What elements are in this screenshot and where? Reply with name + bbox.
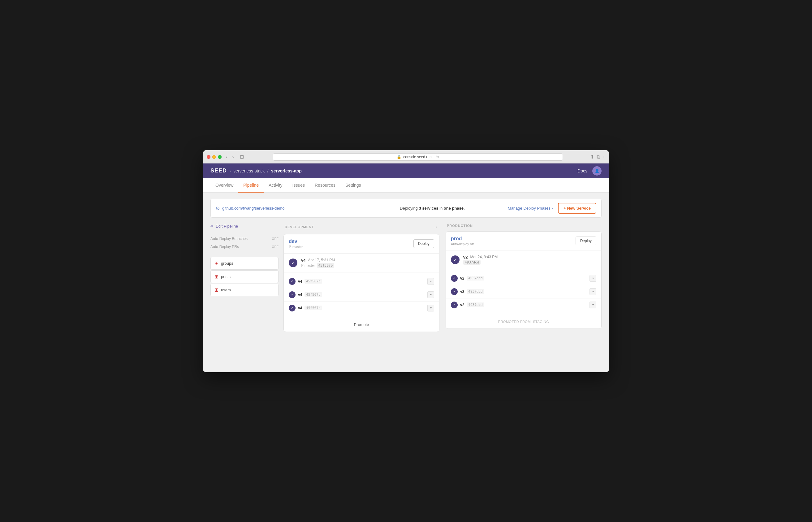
promote-button[interactable]: Promote bbox=[354, 322, 369, 327]
service-item-groups[interactable]: ⊞ groups bbox=[210, 257, 278, 270]
dev-service-row-left-1: ✓ v4 45f507b bbox=[289, 278, 322, 285]
sidebar-settings: Auto-Deploy Branches OFF Auto-Deploy PRs… bbox=[210, 235, 278, 251]
prod-svc-version-3: v2 bbox=[460, 303, 464, 307]
more-button[interactable]: + bbox=[603, 154, 605, 160]
close-button[interactable] bbox=[207, 155, 210, 159]
deploy-bold2: one phase. bbox=[444, 206, 465, 210]
new-service-button[interactable]: + New Service bbox=[558, 203, 596, 214]
prod-deploy-button[interactable]: Deploy bbox=[576, 237, 596, 245]
tab-issues[interactable]: Issues bbox=[288, 178, 310, 193]
dev-svc-version-1: v4 bbox=[298, 279, 302, 284]
sidebar-toggle-button[interactable]: ⊡ bbox=[238, 153, 246, 160]
tab-settings[interactable]: Settings bbox=[340, 178, 366, 193]
service-icon-posts: ⊞ bbox=[214, 274, 218, 280]
tab-activity[interactable]: Activity bbox=[264, 178, 287, 193]
chevron-right-icon: › bbox=[552, 206, 553, 210]
prod-check-sm-2: ✓ bbox=[451, 288, 458, 295]
service-icon-users: ⊞ bbox=[214, 287, 218, 293]
dev-chevron-3[interactable]: ▾ bbox=[428, 305, 434, 312]
logo[interactable]: SEED bbox=[210, 167, 227, 174]
prod-version-row: v2 Mar 24, 9:43 PM bbox=[463, 255, 498, 259]
service-name-groups: groups bbox=[221, 261, 233, 266]
service-item-users[interactable]: ⊞ users bbox=[210, 284, 278, 296]
prod-service-row-left-3: ✓ v2 4937dcd bbox=[451, 302, 484, 308]
back-button[interactable]: ‹ bbox=[224, 154, 229, 160]
breadcrumb-app[interactable]: serverless-app bbox=[271, 168, 302, 174]
dev-version: v4 bbox=[301, 258, 306, 263]
prod-stage-card: prod Auto-deploy off Deploy ✓ bbox=[445, 231, 602, 329]
prod-stage-name[interactable]: prod bbox=[451, 236, 474, 241]
repo-link[interactable]: github.com/fwang/serverless-demo bbox=[222, 206, 285, 210]
pipeline-layout: ✏ Edit Pipeline Auto-Deploy Branches OFF… bbox=[210, 224, 602, 332]
dev-deploy-button[interactable]: Deploy bbox=[413, 239, 434, 248]
prod-col-header: PRODUCTION bbox=[445, 224, 602, 227]
dev-svc-version-3: v4 bbox=[298, 306, 302, 310]
nav-tabs: Overview Pipeline Activity Issues Resour… bbox=[203, 178, 609, 193]
setting-value-prs: OFF bbox=[272, 245, 278, 248]
dev-col-header: DEVELOPMENT → bbox=[284, 224, 439, 230]
service-list: ⊞ groups ⊞ posts ⊞ users bbox=[210, 257, 278, 296]
setting-label-prs: Auto-Deploy PRs bbox=[210, 245, 239, 249]
dev-stage-footer: Promote bbox=[284, 317, 439, 332]
setting-row-branches: Auto-Deploy Branches OFF bbox=[210, 235, 278, 243]
service-name-posts: posts bbox=[221, 274, 231, 279]
dev-date: Apr 17, 5:31 PM bbox=[308, 258, 335, 262]
dev-chevron-1[interactable]: ▾ bbox=[428, 278, 434, 285]
header-right: Docs 👤 bbox=[578, 166, 602, 176]
prod-service-row-left-2: ✓ v2 4937dcd bbox=[451, 288, 484, 295]
breadcrumb-separator: › bbox=[229, 168, 231, 174]
dev-chevron-2[interactable]: ▾ bbox=[428, 292, 434, 298]
service-item-posts[interactable]: ⊞ posts bbox=[210, 270, 278, 283]
dev-refs: ℙ master 45f507b bbox=[301, 263, 335, 268]
prod-check-sm-3: ✓ bbox=[451, 302, 458, 308]
share-button[interactable]: ⬆ bbox=[590, 154, 594, 160]
prod-chevron-2[interactable]: ▾ bbox=[589, 288, 596, 295]
maximize-button[interactable] bbox=[218, 155, 222, 159]
edit-pipeline-button[interactable]: ✏ Edit Pipeline bbox=[210, 224, 238, 228]
dev-stage-name[interactable]: dev bbox=[289, 239, 303, 244]
branch-prefix-icon: ℙ bbox=[289, 245, 291, 249]
dev-service-row-left-3: ✓ v4 45f507b bbox=[289, 305, 322, 312]
dev-svc-commit-2: 45f507b bbox=[305, 292, 322, 297]
main-content: ⊙ github.com/fwang/serverless-demo Deplo… bbox=[203, 193, 609, 372]
dev-stage-name-area: dev ℙ master bbox=[289, 239, 303, 249]
sidebar: ✏ Edit Pipeline Auto-Deploy Branches OFF… bbox=[210, 224, 278, 332]
prod-chevron-1[interactable]: ▾ bbox=[589, 275, 596, 282]
minimize-button[interactable] bbox=[212, 155, 216, 159]
prod-stage-branch: Auto-deploy off bbox=[451, 242, 474, 246]
address-bar[interactable]: 🔒 console.seed.run ↻ bbox=[273, 153, 563, 161]
avatar-initials: 👤 bbox=[595, 169, 599, 173]
arrow-right-icon: → bbox=[433, 224, 438, 230]
manage-deploy-phases-link[interactable]: Manage Deploy Phases › bbox=[508, 206, 553, 210]
prod-chevron-3[interactable]: ▾ bbox=[589, 302, 596, 308]
reload-icon[interactable]: ↻ bbox=[436, 155, 439, 159]
breadcrumb-stack[interactable]: serverless-stack bbox=[233, 168, 265, 174]
development-column: DEVELOPMENT → dev ℙ master bbox=[284, 224, 439, 332]
dev-commit: 45f507b bbox=[317, 263, 334, 268]
dev-svc-commit-3: 45f507b bbox=[305, 306, 322, 310]
avatar[interactable]: 👤 bbox=[592, 166, 602, 176]
prod-commit: 4937dcd bbox=[463, 260, 481, 265]
setting-value-branches: OFF bbox=[272, 237, 278, 241]
prod-svc-version-1: v2 bbox=[460, 276, 464, 281]
dev-stage-card: dev ℙ master Deploy ✓ bbox=[284, 234, 439, 332]
dev-check-sm-1: ✓ bbox=[289, 278, 295, 285]
new-tab-button[interactable]: ⧉ bbox=[597, 154, 600, 160]
dev-check-sm-3: ✓ bbox=[289, 305, 295, 312]
forward-button[interactable]: › bbox=[231, 154, 236, 160]
header-left: SEED › serverless-stack / serverless-app bbox=[210, 167, 302, 174]
tab-overview[interactable]: Overview bbox=[210, 178, 238, 193]
repo-info: ⊙ github.com/fwang/serverless-demo bbox=[216, 205, 357, 211]
dev-version-row: v4 Apr 17, 5:31 PM bbox=[301, 258, 335, 263]
docs-link[interactable]: Docs bbox=[578, 168, 587, 174]
tab-resources[interactable]: Resources bbox=[310, 178, 340, 193]
prod-version: v2 bbox=[463, 255, 467, 259]
dev-col-title: DEVELOPMENT bbox=[285, 225, 314, 229]
prod-service-row-3: ✓ v2 4937dcd ▾ bbox=[446, 299, 601, 312]
prod-deploy-meta: v2 Mar 24, 9:43 PM 4937dcd bbox=[463, 255, 498, 265]
setting-label-branches: Auto-Deploy Branches bbox=[210, 237, 248, 241]
dev-check-icon: ✓ bbox=[289, 259, 297, 267]
prod-stage-footer: PROMOTED FROM: staging bbox=[446, 314, 601, 328]
traffic-lights bbox=[207, 155, 222, 159]
tab-pipeline[interactable]: Pipeline bbox=[238, 178, 264, 193]
